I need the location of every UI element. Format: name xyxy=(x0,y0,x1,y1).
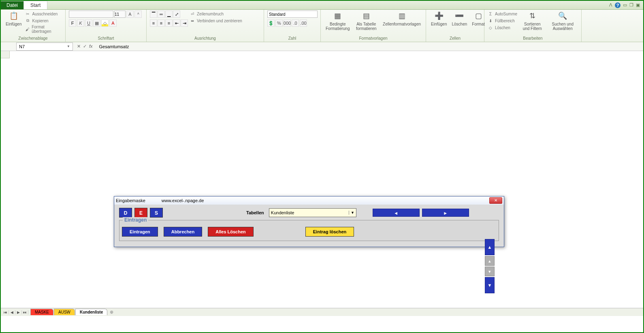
help-icon[interactable]: ? xyxy=(615,2,621,8)
paste-button[interactable]: 📋Einfügen xyxy=(4,11,23,27)
first-sheet-icon[interactable]: ⏮ xyxy=(2,310,9,314)
font-size-select[interactable] xyxy=(114,11,126,18)
close-icon[interactable]: ▣ xyxy=(636,2,640,8)
group-label: Zwischenablage xyxy=(1,35,65,41)
dialog-close-button[interactable]: ✕ xyxy=(489,197,502,204)
align-bottom-icon[interactable]: ▁ xyxy=(165,11,173,18)
italic-button[interactable]: K xyxy=(77,19,84,27)
conditional-format-button[interactable]: ▦Bedingte Formatierung xyxy=(324,11,351,32)
autosum-button[interactable]: ΣAutoSumme xyxy=(488,11,517,17)
merge-button[interactable]: ⬌Verbinden und zentrieren xyxy=(190,17,242,24)
ribbon-tab[interactable]: Start xyxy=(23,1,47,9)
align-left-icon[interactable]: ≡ xyxy=(150,19,157,27)
fill-button[interactable]: ⬇Füllbereich xyxy=(488,17,517,24)
prev-sheet-icon[interactable]: ◀ xyxy=(9,310,15,314)
number-format-select[interactable] xyxy=(267,11,318,18)
currency-icon[interactable]: 💲 xyxy=(267,19,275,27)
group-label: Bearbeiten xyxy=(484,35,581,41)
bold-button[interactable]: F xyxy=(69,19,76,27)
delete-entry-button[interactable]: Eintrag löschen xyxy=(305,227,354,237)
next-sheet-icon[interactable]: ▶ xyxy=(15,310,22,314)
group-label: Zellen xyxy=(426,35,484,41)
indent-dec-icon[interactable]: ⇤ xyxy=(173,19,180,27)
sort-filter-button[interactable]: ⇅Sortieren und Filtern xyxy=(519,11,546,32)
find-select-button[interactable]: 🔍Suchen und Auswählen xyxy=(548,11,578,32)
align-middle-icon[interactable]: ═ xyxy=(158,11,165,18)
copy-button[interactable]: ⧉Kopieren xyxy=(25,17,62,24)
cell-styles-button[interactable]: ▥Zellenformatvorlagen xyxy=(381,11,422,27)
scroll-down-button[interactable]: ▼ xyxy=(485,277,495,293)
mode-e-button[interactable]: E xyxy=(134,208,147,218)
increase-decimal-icon[interactable]: .0 xyxy=(292,19,299,27)
border-button[interactable]: ▦ xyxy=(93,19,100,27)
sheet-tab[interactable]: AUSW xyxy=(54,309,75,315)
sheet-tab-bar: ⏮ ◀ ▶ ⏭ MASKE AUSW Kundenliste ⊕ xyxy=(1,308,643,316)
minimize-icon[interactable]: ▭ xyxy=(623,2,627,8)
align-right-icon[interactable]: ≡ xyxy=(165,19,173,27)
fx-icon[interactable]: fx xyxy=(89,44,93,49)
align-top-icon[interactable]: ▔ xyxy=(150,11,157,18)
cell-styles-icon: ▥ xyxy=(397,11,407,21)
delete-all-button[interactable]: Alles Löschen xyxy=(208,227,254,237)
ribbon-minimize-icon[interactable]: ᐱ xyxy=(609,2,612,8)
format-as-table-button[interactable]: ▤Als Tabelle formatieren xyxy=(353,11,380,32)
scissors-icon: ✂ xyxy=(25,11,30,17)
sheet-tab[interactable]: Kundenliste xyxy=(75,309,107,315)
paste-icon: 📋 xyxy=(9,11,19,21)
align-center-icon[interactable]: ≡ xyxy=(158,19,165,27)
font-color-button[interactable]: A xyxy=(109,19,117,27)
decrease-font-icon[interactable]: ᴬ xyxy=(134,11,142,18)
menu-tabbar: Datei Start ᐱ ? ▭ ❐ ▣ xyxy=(1,1,643,10)
spreadsheet-grid[interactable]: Eingabemaske www.excel-.npage.de ✕ D E S… xyxy=(1,51,643,316)
cancel-button[interactable]: Abbrechen xyxy=(164,227,202,237)
cancel-formula-icon[interactable]: ✕ xyxy=(77,44,81,49)
dialog-titlebar[interactable]: Eingabemaske www.excel-.npage.de ✕ xyxy=(114,196,504,205)
mode-s-button[interactable]: S xyxy=(150,208,163,218)
clear-button[interactable]: ◇Löschen xyxy=(488,24,517,31)
cut-button[interactable]: ✂Ausschneiden xyxy=(25,11,62,17)
submit-button[interactable]: Eintragen xyxy=(122,227,158,237)
percent-icon[interactable]: % xyxy=(275,19,283,27)
group-label: Schriftart xyxy=(66,35,146,41)
restore-icon[interactable]: ❐ xyxy=(629,2,633,8)
insert-cells-button[interactable]: ➕Einfügen xyxy=(429,11,448,27)
last-sheet-icon[interactable]: ⏭ xyxy=(22,310,28,314)
dialog-url: www.excel-.npage.de xyxy=(162,198,204,203)
group-label: Formatvorlagen xyxy=(321,35,426,41)
sheet-tab[interactable]: MASKE xyxy=(30,309,53,315)
table-label: Tabellen xyxy=(246,210,264,215)
increase-font-icon[interactable]: A xyxy=(126,11,134,18)
orientation-icon[interactable]: ⤢ xyxy=(173,11,180,18)
mode-d-button[interactable]: D xyxy=(119,208,132,218)
copy-icon: ⧉ xyxy=(25,18,30,23)
scroll-mid-down[interactable]: ▾ xyxy=(485,267,495,276)
formula-input[interactable]: Gesamtumsatz xyxy=(97,44,643,49)
fill-color-button[interactable]: ◇ xyxy=(101,19,109,27)
new-sheet-icon[interactable]: ⊕ xyxy=(110,310,113,315)
underline-button[interactable]: U xyxy=(85,19,92,27)
select-all-corner[interactable] xyxy=(1,51,10,58)
delete-icon: ➖ xyxy=(454,11,464,21)
chevron-down-icon[interactable]: ▼ xyxy=(67,45,70,48)
decrease-decimal-icon[interactable]: .00 xyxy=(300,19,307,27)
scroll-mid-up[interactable]: ▴ xyxy=(485,256,495,266)
binoculars-icon: 🔍 xyxy=(558,11,567,21)
format-painter-button[interactable]: 🖌Format übertragen xyxy=(25,24,62,34)
insert-icon: ➕ xyxy=(434,11,444,21)
delete-cells-button[interactable]: ➖Löschen xyxy=(450,11,469,27)
name-box[interactable]: N7▼ xyxy=(16,43,73,51)
indent-inc-icon[interactable]: ⇥ xyxy=(181,19,188,27)
scroll-up-button[interactable]: ▲ xyxy=(485,239,495,255)
wrap-text-button[interactable]: ⏎Zeilenumbruch xyxy=(190,11,242,17)
fill-icon: ⬇ xyxy=(488,18,493,23)
comma-icon[interactable]: 000 xyxy=(284,19,291,27)
file-tab[interactable]: Datei xyxy=(1,1,23,9)
font-family-select[interactable] xyxy=(69,11,113,18)
table-select[interactable]: Kundenliste▼ xyxy=(269,208,356,217)
prev-record-button[interactable]: ◄ xyxy=(373,209,420,217)
fieldset-label: Eintragen xyxy=(123,217,148,223)
next-record-button[interactable]: ► xyxy=(422,209,469,217)
accept-formula-icon[interactable]: ✓ xyxy=(83,44,87,49)
formula-bar: N7▼ ✕ ✓ fx Gesamtumsatz xyxy=(1,42,643,51)
eraser-icon: ◇ xyxy=(488,25,493,30)
